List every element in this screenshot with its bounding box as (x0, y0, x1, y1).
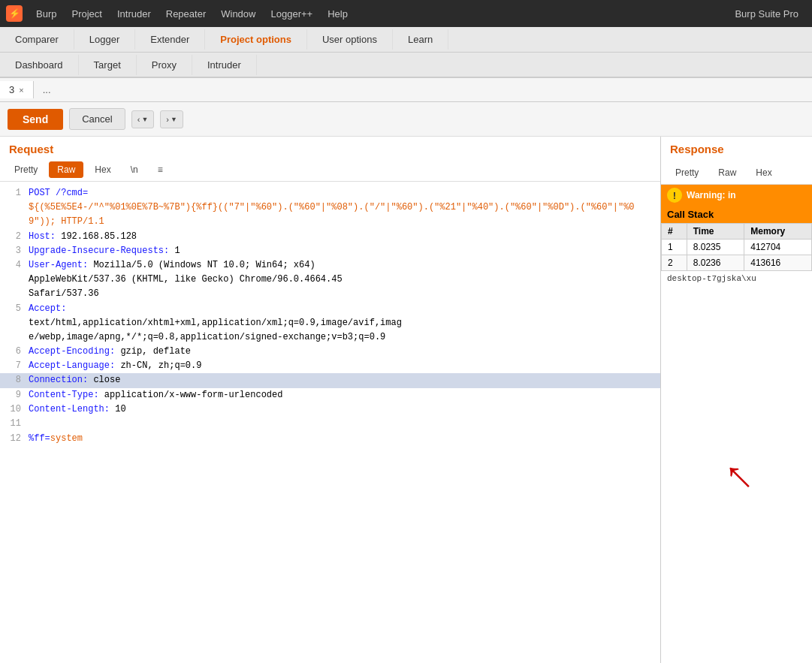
send-button[interactable]: Send (8, 109, 63, 130)
col-time: Time (687, 224, 744, 240)
nav-row2: Dashboard Target Proxy Intruder (0, 53, 812, 78)
menu-window[interactable]: Window (213, 5, 263, 23)
code-line-6: 6 Accept-Encoding: gzip, deflate (0, 345, 660, 359)
row1-num: 1 (662, 240, 687, 255)
code-line-8: 8 Connection: close (0, 373, 660, 387)
code-line-2: 2 Host: 192.168.85.128 (0, 230, 660, 244)
nav-extender[interactable]: Extender (135, 29, 205, 50)
call-stack-header: Call Stack (661, 206, 812, 223)
code-line-7: 7 Accept-Language: zh-CN, zh;q=0.9 (0, 359, 660, 373)
code-line-3: 3 Upgrade-Insecure-Requests: 1 (0, 244, 660, 258)
warning-text: Warning: in (687, 190, 736, 200)
app-logo: ⚡ (6, 5, 23, 22)
nav-proxy[interactable]: Proxy (137, 55, 192, 75)
code-line-5b: text/html,application/xhtml+xml,applicat… (0, 316, 660, 330)
menu-bar: ⚡ Burp Project Intruder Repeater Window … (0, 0, 812, 27)
menu-intruder[interactable]: Intruder (110, 5, 158, 23)
col-num: # (662, 224, 687, 240)
code-line-5: 5 Accept: (0, 302, 660, 316)
arrow-area: ↑ (661, 286, 812, 663)
request-tab-newline[interactable]: \n (122, 161, 146, 178)
request-header: Request (0, 137, 660, 158)
request-panel: Request Pretty Raw Hex \n ≡ 1 POST /?cmd… (0, 137, 661, 663)
call-stack-table: # Time Memory 1 8.0235 412704 2 8.0236 4… (661, 223, 812, 271)
response-tabs: Pretty Raw Hex (661, 161, 812, 185)
request-tabs: Pretty Raw Hex \n ≡ (0, 158, 660, 182)
response-panel: Response Pretty Raw Hex ! Warning: in Ca… (661, 137, 812, 663)
chevron-down-icon: ▼ (141, 116, 148, 123)
menu-project[interactable]: Project (64, 5, 109, 23)
nav-back-button[interactable]: ‹ ▼ (131, 110, 155, 128)
tab-more[interactable]: ... (34, 81, 60, 98)
response-header: Response (661, 137, 812, 158)
nav-project-options[interactable]: Project options (205, 29, 307, 50)
red-arrow-icon: ↑ (710, 448, 762, 501)
code-line-4c: Safari/537.36 (0, 287, 660, 301)
code-line-4: 4 User-Agent: Mozilla/5.0 (Windows NT 10… (0, 258, 660, 273)
row1-memory: 412704 (744, 240, 812, 255)
nav-dashboard[interactable]: Dashboard (0, 55, 79, 75)
toolbar: Send Cancel ‹ ▼ › ▼ (0, 102, 812, 137)
request-tab-raw[interactable]: Raw (49, 161, 83, 178)
row2-num: 2 (662, 255, 687, 271)
request-code-area[interactable]: 1 POST /?cmd= ${(%5E%5E4-/"^"%01%0E%7B~%… (0, 182, 660, 663)
request-tab-hex[interactable]: Hex (86, 161, 119, 178)
response-tab-hex[interactable]: Hex (747, 164, 780, 181)
menu-repeater[interactable]: Repeater (158, 5, 213, 23)
nav-user-options[interactable]: User options (307, 29, 393, 50)
warning-icon: ! (667, 188, 682, 203)
nav-learn[interactable]: Learn (393, 29, 448, 50)
request-tab-pretty[interactable]: Pretty (6, 161, 46, 178)
code-line-4b: AppleWebKit/537.36 (KHTML, like Gecko) C… (0, 273, 660, 287)
menu-burp[interactable]: Burp (29, 5, 64, 23)
nav-target[interactable]: Target (79, 55, 137, 75)
code-line-1b: ${(%5E%5E4-/"^"%01%0E%7B~%7B"){%ff}(("7"… (0, 200, 660, 229)
table-row: 2 8.0236 413616 (662, 255, 812, 271)
menu-help[interactable]: Help (320, 5, 355, 23)
nav-intruder[interactable]: Intruder (192, 55, 257, 75)
response-tab-pretty[interactable]: Pretty (667, 164, 707, 181)
tab-close-icon[interactable]: × (19, 86, 23, 95)
row1-time: 8.0235 (687, 240, 744, 255)
chevron-right-icon: › (166, 115, 169, 124)
chevron-down-icon2: ▼ (171, 116, 177, 123)
cancel-button[interactable]: Cancel (69, 108, 125, 130)
main-content: Request Pretty Raw Hex \n ≡ 1 POST /?cmd… (0, 137, 812, 663)
nav-forward-button[interactable]: › ▼ (160, 110, 183, 128)
row2-time: 8.0236 (687, 255, 744, 271)
response-tab-raw[interactable]: Raw (710, 164, 744, 181)
app-title: Burp Suite Pro (727, 5, 806, 23)
row2-memory: 413616 (744, 255, 812, 271)
nav-row1: Comparer Logger Extender Project options… (0, 27, 812, 53)
nav-logger[interactable]: Logger (74, 29, 135, 50)
warning-box: ! Warning: in (661, 185, 812, 206)
table-row: 1 8.0235 412704 (662, 240, 812, 255)
code-line-1: 1 POST /?cmd= (0, 186, 660, 200)
tab-bar: 3 × ... (0, 78, 812, 102)
desktop-path: desktop-t7gjska\xu (661, 271, 812, 286)
chevron-left-icon: ‹ (137, 115, 140, 124)
request-tab-menu[interactable]: ≡ (149, 161, 171, 178)
menu-logger[interactable]: Logger++ (263, 5, 320, 23)
code-line-5c: e/webp,image/apng,*/*;q=0.8,application/… (0, 330, 660, 345)
tab-3[interactable]: 3 × (0, 81, 34, 98)
nav-comparer[interactable]: Comparer (0, 29, 74, 50)
col-memory: Memory (744, 224, 812, 240)
code-line-11: 11 (0, 417, 660, 432)
code-line-10: 10 Content-Length: 10 (0, 402, 660, 417)
code-line-9: 9 Content-Type: application/x-www-form-u… (0, 388, 660, 402)
code-line-12: 12 %ff=system (0, 432, 660, 446)
